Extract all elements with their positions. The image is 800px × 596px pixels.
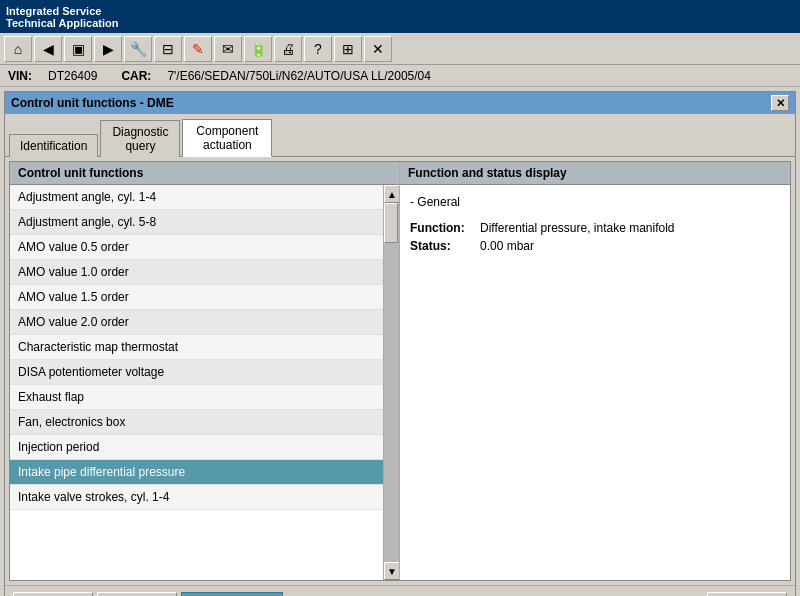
list-item[interactable]: AMO value 1.5 order	[10, 285, 383, 310]
close-toolbar-button[interactable]: ✕	[364, 36, 392, 62]
query-status-button[interactable]: Query status	[181, 592, 283, 596]
undo-all-button[interactable]: Undo all	[13, 592, 93, 596]
display-row: Status:0.00 mbar	[410, 239, 780, 253]
car-label: CAR:	[121, 69, 151, 83]
function-display-panel: Function and status display - General Fu…	[400, 162, 790, 580]
tools-button[interactable]: 🔧	[124, 36, 152, 62]
function-display-header: Function and status display	[400, 162, 790, 185]
module-button[interactable]: ⊟	[154, 36, 182, 62]
list-item[interactable]: Injection period	[10, 435, 383, 460]
tab-identification[interactable]: Identification	[9, 134, 98, 157]
list-item[interactable]: Adjustment angle, cyl. 1-4	[10, 185, 383, 210]
scroll-down-button[interactable]: ▼	[384, 562, 399, 580]
car-value: 7'/E66/SEDAN/750Li/N62/AUTO/USA LL/2005/…	[167, 69, 431, 83]
display-row-value: 0.00 mbar	[480, 239, 780, 253]
scroll-thumb[interactable]	[384, 203, 398, 243]
close-button[interactable]: Close	[707, 592, 787, 596]
tab-diagnostic-query[interactable]: Diagnosticquery	[100, 120, 180, 157]
function-list-header: Control unit functions	[10, 162, 399, 185]
app-title: Integrated Service Technical Application	[6, 5, 118, 29]
list-item[interactable]: AMO value 1.0 order	[10, 260, 383, 285]
undo-button[interactable]: Undo	[97, 592, 177, 596]
scrollbar: ▲ ▼	[383, 185, 399, 580]
dialog: Control unit functions - DME ✕ Identific…	[4, 91, 796, 596]
function-list: Adjustment angle, cyl. 1-4Adjustment ang…	[10, 185, 383, 580]
main-content: Control unit functions Adjustment angle,…	[9, 161, 791, 581]
tab-component-actuation[interactable]: Componentactuation	[182, 119, 272, 157]
dialog-titlebar: Control unit functions - DME ✕	[5, 92, 795, 114]
list-item[interactable]: Exhaust flap	[10, 385, 383, 410]
edit-button[interactable]: ✎	[184, 36, 212, 62]
battery-button[interactable]: 🔋	[244, 36, 272, 62]
help-button[interactable]: ?	[304, 36, 332, 62]
back-button[interactable]: ◀	[34, 36, 62, 62]
vin-bar: VIN: DT26409 CAR: 7'/E66/SEDAN/750Li/N62…	[0, 65, 800, 87]
display-rows: Function:Differential pressure, intake m…	[410, 221, 780, 253]
list-item[interactable]: Characteristic map thermostat	[10, 335, 383, 360]
display-row: Function:Differential pressure, intake m…	[410, 221, 780, 235]
vin-value: DT26409	[48, 69, 97, 83]
list-item[interactable]: Fan, electronics box	[10, 410, 383, 435]
scroll-up-button[interactable]: ▲	[384, 185, 399, 203]
scroll-track	[384, 203, 399, 562]
forward-button[interactable]: ▶	[94, 36, 122, 62]
function-list-container: Adjustment angle, cyl. 1-4Adjustment ang…	[10, 185, 399, 580]
bottom-bar: Undo all Undo Query status Close	[5, 585, 795, 596]
display-row-label: Function:	[410, 221, 480, 235]
title-bar: Integrated Service Technical Application	[0, 0, 800, 33]
bottom-left-buttons: Undo all Undo Query status	[13, 592, 283, 596]
list-item[interactable]: Adjustment angle, cyl. 5-8	[10, 210, 383, 235]
display-row-label: Status:	[410, 239, 480, 253]
tabs: Identification Diagnosticquery Component…	[5, 114, 795, 157]
print-button[interactable]: 🖨	[274, 36, 302, 62]
grid-button[interactable]: ⊞	[334, 36, 362, 62]
list-item[interactable]: AMO value 2.0 order	[10, 310, 383, 335]
vin-label: VIN:	[8, 69, 32, 83]
mail-button[interactable]: ✉	[214, 36, 242, 62]
home-button[interactable]: ⌂	[4, 36, 32, 62]
function-list-panel: Control unit functions Adjustment angle,…	[10, 162, 400, 580]
display-row-value: Differential pressure, intake manifold	[480, 221, 780, 235]
general-section-label: - General	[410, 195, 780, 209]
list-item[interactable]: DISA potentiometer voltage	[10, 360, 383, 385]
list-item[interactable]: Intake pipe differential pressure	[10, 460, 383, 485]
list-item[interactable]: AMO value 0.5 order	[10, 235, 383, 260]
list-item[interactable]: Intake valve strokes, cyl. 1-4	[10, 485, 383, 510]
window-button[interactable]: ▣	[64, 36, 92, 62]
dialog-title: Control unit functions - DME	[11, 96, 174, 110]
function-display-content: - General Function:Differential pressure…	[400, 185, 790, 580]
dialog-close-button[interactable]: ✕	[771, 95, 789, 111]
toolbar: ⌂ ◀ ▣ ▶ 🔧 ⊟ ✎ ✉ 🔋 🖨 ? ⊞ ✕	[0, 33, 800, 65]
